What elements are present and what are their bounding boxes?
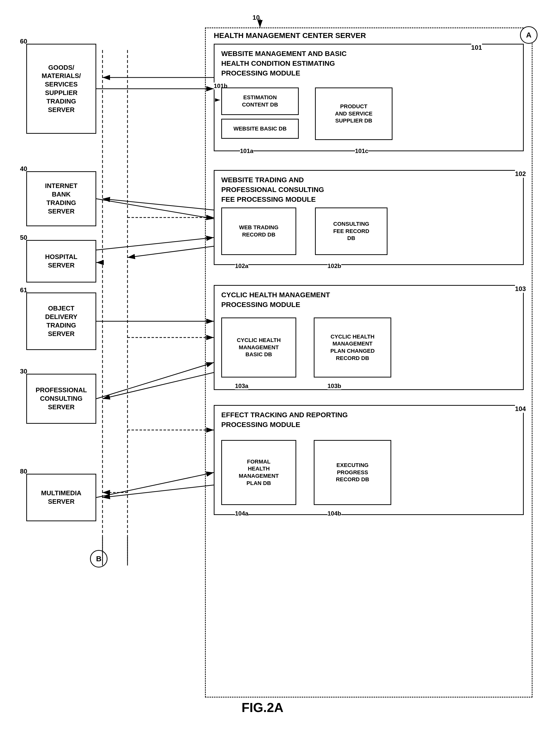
label-101c: 101c: [355, 147, 368, 154]
svg-line-16: [102, 485, 214, 497]
svg-line-11: [127, 246, 214, 258]
module-104-title: EFFECT TRACKING AND REPORTINGPROCESSING …: [221, 410, 396, 430]
module-103-title: CYCLIC HEALTH MANAGEMENTPROCESSING MODUL…: [221, 290, 396, 310]
label-101a: 101a: [240, 147, 253, 154]
box-object-delivery: OBJECTDELIVERYTRADINGSERVER: [26, 292, 96, 350]
label-102b: 102b: [327, 262, 341, 269]
diagram: 10 HEALTH MANAGEMENT CENTER SERVER A WEB…: [0, 0, 557, 756]
label-102: 102: [515, 170, 526, 178]
hmcs-title: HEALTH MANAGEMENT CENTER SERVER: [214, 31, 366, 40]
svg-line-8: [96, 199, 214, 219]
box-professional-consulting: PROFESSIONALCONSULTINGSERVER: [26, 374, 96, 424]
svg-line-9: [102, 199, 214, 210]
label-101: 101: [471, 44, 482, 52]
label-104: 104: [515, 405, 526, 413]
box-goods-supplier: GOODS/MATERIALS/SERVICESSUPPLIERTRADINGS…: [26, 44, 96, 134]
box-hospital: HOSPITALSERVER: [26, 240, 96, 283]
label-102a: 102a: [235, 262, 248, 269]
label-103b: 103b: [327, 382, 341, 389]
db-consulting-fee: CONSULTINGFEE RECORDDB: [315, 207, 387, 255]
label-10: 10: [253, 14, 260, 22]
db-cyclic-plan-changed: CYCLIC HEALTHMANAGEMENTPLAN CHANGEDRECOR…: [314, 318, 391, 378]
svg-line-10: [96, 237, 214, 250]
box-internet-bank: INTERNETBANKTRADINGSERVER: [26, 171, 96, 226]
svg-line-15: [96, 472, 214, 497]
module-102-title: WEBSITE TRADING ANDPROFESSIONAL CONSULTI…: [221, 175, 396, 204]
figure-label: FIG.2A: [200, 700, 325, 715]
db-executing-progress: EXECUTINGPROGRESSRECORD DB: [314, 440, 391, 505]
svg-line-13: [96, 362, 214, 399]
db-website-basic: WEBSITE BASIC DB: [221, 119, 299, 139]
label-104b: 104b: [327, 510, 341, 517]
label-103: 103: [515, 285, 526, 293]
module-101-title: WEBSITE MANAGEMENT AND BASICHEALTH CONDI…: [221, 49, 396, 78]
circle-a: A: [520, 26, 537, 44]
db-formal-health: FORMALHEALTHMANAGEMENTPLAN DB: [221, 440, 296, 505]
circle-b: B: [90, 550, 108, 568]
db-cyclic-basic: CYCLIC HEALTHMANAGEMENTBASIC DB: [221, 318, 296, 378]
box-multimedia: MULTIMEDIASERVER: [26, 474, 96, 521]
svg-line-14: [102, 373, 214, 399]
db-product-service-supplier: PRODUCTAND SERVICESUPPLIER DB: [315, 87, 392, 140]
label-103a: 103a: [235, 382, 248, 389]
label-104a: 104a: [235, 510, 248, 517]
db-web-trading: WEB TRADINGRECORD DB: [221, 207, 296, 255]
db-estimation-content: ESTIMATIONCONTENT DB: [221, 87, 299, 115]
